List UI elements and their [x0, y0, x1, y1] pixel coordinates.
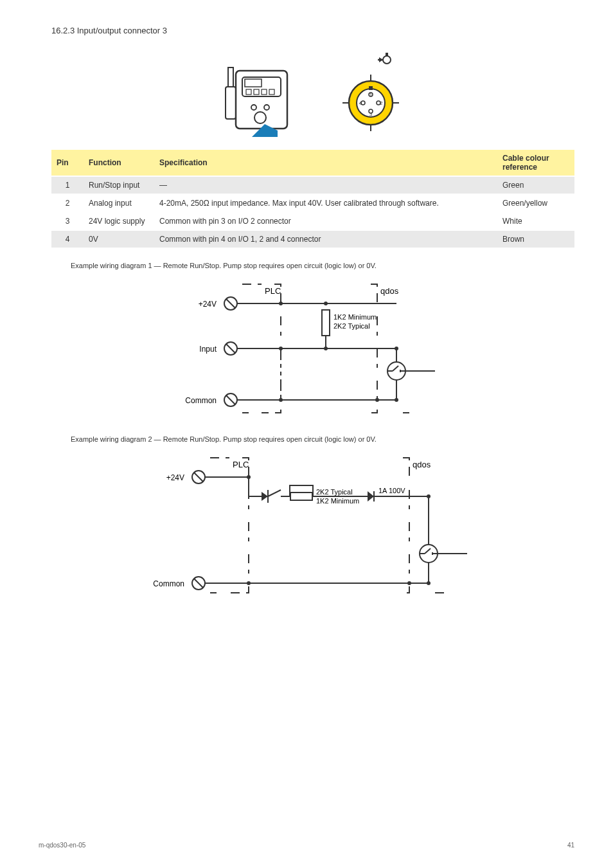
svg-point-13	[383, 56, 391, 64]
label-r1: 2K2 Typical	[316, 488, 353, 496]
cell-cable: Green/yellow	[497, 194, 574, 212]
label-r1: 1K2 Minimum	[333, 313, 377, 321]
cell-pin: 3	[51, 212, 84, 230]
svg-rect-3	[246, 89, 251, 95]
circuit-1-caption: Example wiring diagram 1 — Remote Run/St…	[71, 262, 574, 269]
qdos-label: qdos	[380, 286, 399, 296]
cell-pin: 4	[51, 230, 84, 248]
cell-cable: White	[497, 212, 574, 230]
relay-icon	[420, 545, 438, 563]
plc-label: PLC	[265, 286, 281, 296]
svg-point-53	[395, 398, 398, 402]
pump-icon	[217, 48, 306, 138]
circuit-diagram-1: PLC qdos +24V 1K2 Minimum 2K2 Typical In…	[51, 275, 574, 422]
cell-spec: —	[154, 176, 497, 194]
svg-marker-15	[379, 57, 383, 62]
cell-cable: Green	[497, 176, 574, 194]
svg-point-9	[254, 112, 266, 123]
svg-rect-16	[386, 53, 388, 56]
qdos-label: qdos	[413, 460, 431, 469]
svg-point-82	[407, 581, 411, 585]
label-24v: +24V	[199, 300, 217, 309]
label-24v: +24V	[166, 473, 184, 482]
cell-cable: Brown	[497, 230, 574, 248]
cell-spec: 4-20mA, 250Ω input impedance. Max input …	[154, 194, 497, 212]
connector-pinout-icon: 1 2 3 4	[332, 48, 409, 138]
svg-rect-10	[226, 87, 236, 119]
svg-rect-73	[290, 493, 312, 500]
svg-line-66	[268, 490, 281, 496]
svg-point-81	[247, 581, 251, 585]
svg-rect-40	[322, 310, 330, 336]
plc-label: PLC	[233, 460, 249, 469]
label-diode: 1A 100V	[378, 487, 405, 494]
diode-icon	[368, 491, 374, 502]
label-r2: 1K2 Minimum	[316, 497, 359, 505]
label-r2: 2K2 Typical	[333, 322, 370, 330]
table-row: 3 24V logic supply Common with pin 3 on …	[51, 212, 574, 230]
specification-table: Pin Function Specification Cable colour …	[51, 150, 574, 249]
label-common: Common	[185, 396, 217, 405]
cell-spec: Common with pin 3 on I/O 2 connector	[154, 212, 497, 230]
cell-pin: 2	[51, 194, 84, 212]
svg-marker-64	[262, 492, 268, 501]
svg-rect-4	[254, 89, 259, 95]
svg-point-83	[427, 581, 431, 585]
col-cable: Cable colour reference	[497, 150, 574, 176]
section-title: 16.2.3 Input/output connector 3	[51, 26, 574, 35]
cell-func: Run/Stop input	[84, 176, 154, 194]
circuit-2-caption: Example wiring diagram 2 — Remote Run/St…	[71, 435, 574, 443]
cell-func: 24V logic supply	[84, 212, 154, 230]
cell-func: 0V	[84, 230, 154, 248]
col-pin: Pin	[51, 150, 84, 176]
svg-rect-6	[269, 89, 274, 95]
svg-point-44	[324, 347, 328, 350]
svg-rect-5	[262, 89, 267, 95]
label-input: Input	[199, 345, 217, 354]
col-function: Function	[84, 150, 154, 176]
svg-rect-19	[369, 86, 373, 90]
svg-point-8	[264, 105, 269, 110]
svg-point-38	[279, 302, 283, 305]
col-spec: Specification	[154, 150, 497, 176]
svg-rect-2	[245, 79, 262, 87]
table-row: 1 Run/Stop input — Green	[51, 176, 574, 194]
pump-connector-illustration: 1 2 3 4	[51, 48, 574, 138]
svg-point-52	[375, 398, 379, 402]
svg-marker-74	[368, 491, 374, 502]
svg-point-7	[251, 105, 256, 110]
footer-doc-id: m-qdos30-en-05	[39, 842, 85, 849]
label-common: Common	[153, 579, 184, 588]
circuit-diagram-2: PLC qdos +24V 2K2 Typical	[51, 448, 574, 609]
footer-page-number: 41	[567, 842, 574, 849]
svg-marker-12	[252, 124, 278, 137]
cell-func: Analog input	[84, 194, 154, 212]
svg-rect-11	[228, 68, 233, 87]
cell-spec: Common with pin 4 on I/O 1, 2 and 4 conn…	[154, 230, 497, 248]
svg-point-39	[324, 302, 328, 305]
relay-icon	[387, 362, 405, 380]
cell-pin: 1	[51, 176, 84, 194]
table-row: 4 0V Common with pin 4 on I/O 1, 2 and 4…	[51, 230, 574, 248]
